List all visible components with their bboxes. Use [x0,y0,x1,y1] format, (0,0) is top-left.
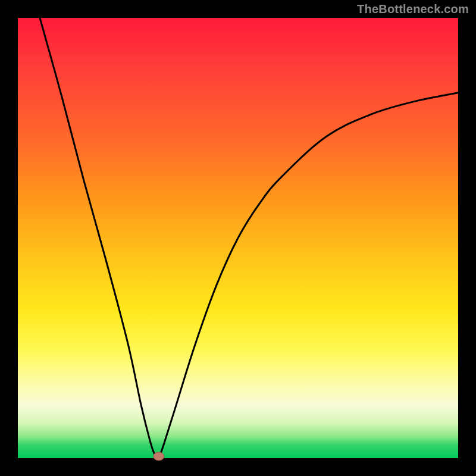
curve-path [40,18,458,461]
min-marker [154,452,164,461]
watermark-text: TheBottleneck.com [357,2,469,16]
plot-area [18,18,458,458]
bottleneck-curve [18,18,458,458]
chart-frame: TheBottleneck.com [0,0,476,476]
